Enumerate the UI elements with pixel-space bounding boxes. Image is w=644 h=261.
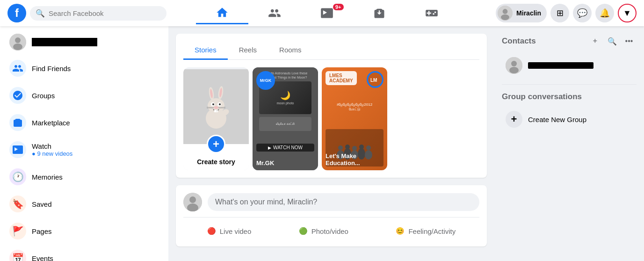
facebook-logo[interactable]: f [7,4,26,22]
create-story-plus[interactable]: + [207,135,225,153]
search-contacts-button[interactable]: 🔍 [605,34,620,49]
sidebar-user-profile[interactable] [2,30,166,54]
create-story-card[interactable]: + Create story [183,67,249,170]
post-box-top: What's on your mind, Miraclin? [183,193,479,211]
svg-point-31 [359,145,364,149]
story-mrgk[interactable]: Why do Astronauts Love these Weirdest Th… [253,67,318,170]
sidebar-label-saved: Saved [32,200,52,208]
tab-stories[interactable]: Stories [183,41,228,60]
topnav-center: 9+ [166,2,487,24]
education-story-avatar: LM [367,71,384,88]
svg-rect-17 [214,110,216,112]
svg-point-14 [212,103,214,105]
svg-point-27 [345,145,350,149]
search-input[interactable] [49,9,161,17]
contacts-more-button[interactable]: ••• [622,34,637,49]
contact-item[interactable] [502,54,637,77]
svg-point-16 [214,106,218,109]
post-box-avatar [183,193,202,211]
right-sidebar: Contacts 🔍 ••• Group conversations + Cre… [494,26,644,261]
story-mrgk-content: Why do Astronauts Love these Weirdest Th… [253,67,318,170]
nav-gaming-button[interactable] [405,2,458,24]
create-story-bottom: + Create story [183,144,249,170]
create-group-plus-icon: + [506,111,522,128]
story-mrgk-name: Mr.GK [256,160,314,167]
memories-icon: 🕐 [9,168,26,185]
watch-now-badge: WATCH NOW [256,144,314,152]
contact-name [528,62,593,69]
stories-card: Stories Reels Rooms [176,34,487,178]
photo-video-button[interactable]: 🟢 Photo/video [291,223,356,239]
sidebar-item-memories[interactable]: 🕐 Memories [2,164,166,190]
messenger-button[interactable]: 💬 [573,4,592,22]
story-education[interactable]: LMESACADEMY #ழேழேழேழேழேழே2012மோட்டு [322,67,387,170]
groups-icon [9,87,26,104]
events-icon: 📅 [9,250,26,261]
tab-rooms[interactable]: Rooms [268,41,313,60]
search-icon: 🔍 [36,9,45,18]
main-layout: Find Friends Groups Marketplace Watch ● … [0,26,644,261]
apps-button[interactable]: ⊞ [550,4,569,22]
nav-watch-button[interactable]: 9+ [301,2,353,24]
svg-rect-18 [216,110,218,112]
svg-point-4 [15,37,21,43]
post-input[interactable]: What's on your mind, Miraclin? [208,193,479,211]
search-bar[interactable]: 🔍 [30,6,166,21]
watch-icon [9,141,26,158]
live-video-icon: 🔴 [207,227,216,235]
story-education-content: LMESACADEMY #ழேழேழேழேழேழே2012மோட்டு [322,67,387,170]
sidebar-item-saved[interactable]: 🔖 Saved [2,191,166,217]
svg-point-29 [352,146,357,151]
group-conversations-title: Group conversations [502,92,637,102]
photo-video-label: Photo/video [311,227,348,235]
watch-badge: 9+ [333,4,344,10]
sidebar-label-pages: Pages [32,227,52,235]
svg-point-2 [501,14,509,20]
profile-avatar [498,6,513,21]
sidebar-label-find-friends: Find Friends [32,65,71,72]
sidebar: Find Friends Groups Marketplace Watch ● … [0,26,168,261]
create-story-label: Create story [197,158,235,166]
topnav: f 🔍 9+ Miraclin ⊞ 💬 [0,0,644,26]
education-logo: LMESACADEMY [326,71,357,85]
create-group-label: Create New Group [528,116,586,123]
story-mrgk-extra-text: வீடியோ காட்சி [276,122,295,126]
contact-avatar [506,57,522,74]
nav-marketplace-button[interactable] [353,2,405,24]
nav-friends-button[interactable] [248,2,301,24]
marketplace-icon [9,114,26,131]
story-mrgk-extra: வீடியோ காட்சி [259,117,311,131]
sidebar-item-marketplace[interactable]: Marketplace [2,109,166,136]
dropdown-button[interactable]: ▼ [618,4,637,22]
find-friends-icon [9,60,26,77]
svg-point-41 [509,67,519,73]
post-box: What's on your mind, Miraclin? 🔴 Live vi… [176,185,487,246]
tab-reels[interactable]: Reels [228,41,268,60]
sidebar-item-pages[interactable]: 🚩 Pages [2,218,166,244]
sidebar-item-events[interactable]: 📅 Events [2,245,166,261]
notifications-button[interactable]: 🔔 [595,4,614,22]
story-education-name: Let's Make Education... [326,152,384,167]
topnav-right: Miraclin ⊞ 💬 🔔 ▼ [487,4,637,22]
live-video-button[interactable]: 🔴 Live video [200,223,259,239]
stories-grid: + Create story Why do Astronauts Love th… [183,67,479,170]
create-new-group-button[interactable]: + Create New Group [502,107,637,131]
main-content: Stories Reels Rooms [168,26,494,261]
create-story-image [183,69,249,144]
svg-point-33 [366,145,371,150]
sidebar-item-groups[interactable]: Groups [2,82,166,109]
nav-home-button[interactable] [196,2,248,24]
sidebar-username [32,38,97,46]
sidebar-item-find-friends[interactable]: Find Friends [2,55,166,81]
svg-point-25 [338,145,343,150]
sidebar-item-watch[interactable]: Watch ● 9 new videos [2,137,166,163]
profile-button[interactable]: Miraclin [496,4,547,22]
svg-text:LM: LM [370,78,377,83]
bugs-bunny-illustration [197,83,235,130]
new-conversation-button[interactable] [588,34,603,49]
sidebar-label-marketplace: Marketplace [32,119,70,127]
contacts-divider [502,84,637,85]
feeling-button[interactable]: 😊 Feeling/Activity [388,223,463,239]
post-actions: 🔴 Live video 🟢 Photo/video 😊 Feeling/Act… [183,217,479,239]
topnav-left: f 🔍 [7,4,166,22]
